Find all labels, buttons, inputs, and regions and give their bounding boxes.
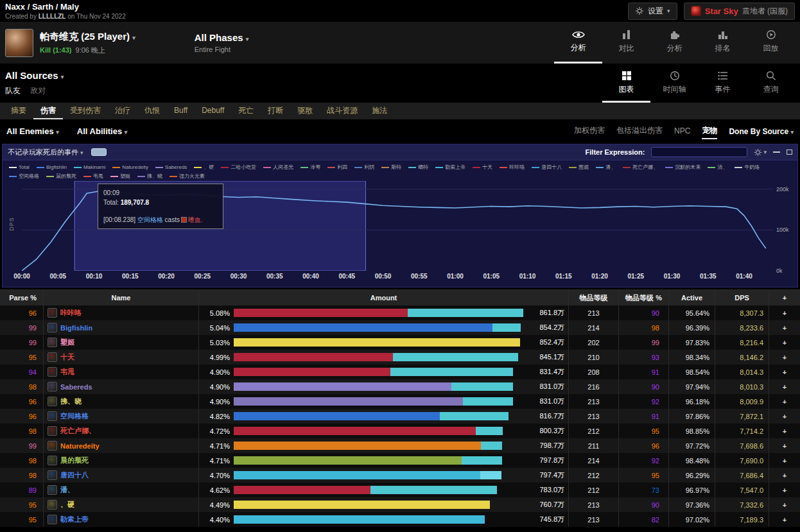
view-timeline[interactable]: 时间轴 [650,64,699,103]
legend-item[interactable]: Bigfishlin [37,164,67,171]
header-parse[interactable]: Parse % [0,290,44,305]
expand-row-button[interactable]: + [783,324,787,332]
player-name-link[interactable]: 塑姬 [60,338,74,347]
parse-percent[interactable]: 98 [29,472,37,479]
table-row[interactable]: 98死亡卢娜、4.72%800.3万2129598.85%7,714.2+ [0,424,800,438]
damage-bar[interactable] [234,323,521,332]
item-level-percent[interactable]: 95 [652,427,659,435]
parse-percent[interactable]: 98 [29,383,37,391]
legend-item[interactable]: 塑姬 [110,173,130,180]
view-events[interactable]: 事件 [699,64,747,103]
item-level-percent[interactable]: 73 [652,486,659,494]
player-name-link[interactable]: 空间格格 [60,411,89,421]
expand-row-button[interactable]: + [783,486,787,494]
legend-item[interactable]: 利玥 [354,164,374,171]
table-row[interactable]: 94韦甩4.90%831.4万2089198.54%8,014.3+ [0,365,800,379]
table-row[interactable]: 98唐四十八4.70%797.4万2129596.29%7,686.4+ [0,468,800,483]
done-by-source-dropdown[interactable]: Done By Source ▾ [729,127,794,136]
item-level-percent[interactable]: 95 [652,472,659,479]
parse-percent[interactable]: 96 [29,309,37,317]
item-level-percent[interactable]: 98 [652,324,659,332]
table-row[interactable]: 96拂、晓4.90%831.0万2139296.18%8,009.9+ [0,394,800,409]
header-ilvl[interactable]: 物品等级 [569,290,619,305]
boss-avatar[interactable] [5,29,33,57]
parse-percent[interactable]: 99 [29,442,37,450]
legend-item[interactable]: Makinami [74,164,105,171]
damage-bar[interactable] [234,442,502,450]
expand-row-button[interactable]: + [783,501,787,509]
damage-bar[interactable] [234,486,497,494]
phases-dropdown[interactable]: All Phases ▾ [195,32,249,43]
expand-row-button[interactable]: + [783,427,787,435]
header-active[interactable]: Active [669,290,715,305]
tab-resources[interactable]: 战斗资源 [320,103,365,119]
filter-expression-input[interactable] [651,147,747,157]
legend-item[interactable]: Sabereds [155,164,187,171]
header-dps[interactable]: DPS [715,290,769,305]
legend-item[interactable]: 晨的颓死 [46,173,76,180]
damage-bar[interactable] [234,353,518,361]
legend-item[interactable]: Total [9,164,30,171]
table-row[interactable]: 95十天4.99%845.1万2109398.34%8,146.2+ [0,350,800,365]
item-level-percent[interactable]: 96 [652,442,659,450]
legend-item[interactable]: 清、 [708,164,727,171]
damage-bar[interactable] [234,427,503,435]
settings-button[interactable]: 设置 ▾ [628,3,677,20]
item-level-percent[interactable]: 92 [652,457,659,465]
chart-settings-button[interactable]: ▾ [754,148,767,157]
death-filter-dropdown[interactable]: 不记录玩家死后的事件 ▾ [8,148,83,157]
item-level-percent[interactable]: 91 [652,368,659,376]
tab-debuffs[interactable]: Debuff [195,103,231,119]
player-name-link[interactable]: 死亡卢娜、 [60,426,96,436]
damage-bar[interactable] [234,412,509,420]
nav-analyze-2[interactable]: 分析 [650,22,699,64]
tab-threat[interactable]: 仇恨 [137,103,167,119]
tooltip-caster-link[interactable]: 空间格格 [137,216,163,223]
table-row[interactable]: 89潘、4.62%783.0万2127396.97%7,547.0+ [0,483,800,497]
nav-replay[interactable]: 回放 [747,22,795,64]
view-query[interactable]: 查询 [747,64,795,103]
header-amount[interactable]: Amount [199,290,569,305]
legend-item[interactable]: 强力火元素 [170,173,205,180]
table-row[interactable]: 95、硬4.49%760.7万2139097.36%7,332.6+ [0,497,800,512]
header-name[interactable]: Name [44,290,199,305]
table-row[interactable]: 98晨的颓死4.71%797.8万2149298.48%7,690.0+ [0,453,800,468]
parse-percent[interactable]: 99 [29,339,37,347]
damage-bar[interactable] [234,501,490,509]
parse-percent[interactable]: 89 [29,486,37,494]
item-level-percent[interactable]: 82 [652,516,659,524]
parse-percent[interactable]: 96 [29,398,37,406]
player-name-link[interactable]: 唐四十八 [60,470,89,480]
enemies-dropdown[interactable]: All Enemies ▾ [6,126,59,136]
boss-dropdown[interactable]: 帕奇维克 (25 Player) ▾ [40,31,135,43]
header-expand[interactable]: + [769,290,800,305]
option-pets[interactable]: 宠物 [702,123,717,139]
sources-dropdown[interactable]: All Sources ▾ [5,70,64,81]
player-name-link[interactable]: 十天 [60,352,74,362]
damage-bar[interactable] [234,309,523,317]
damage-bar[interactable] [234,515,485,524]
player-name-link[interactable]: 拂、晓 [60,397,82,406]
legend-item[interactable]: 勒索上帝 [435,164,465,171]
parse-percent[interactable]: 99 [29,324,37,332]
expand-row-button[interactable]: + [783,309,787,317]
option-npc[interactable]: NPC [674,124,690,139]
parse-percent[interactable]: 95 [29,354,37,361]
legend-item[interactable]: 死亡卢娜、 [623,164,658,171]
expand-row-button[interactable]: + [783,368,787,376]
parse-percent[interactable]: 94 [29,368,37,376]
tab-healing[interactable]: 治疗 [108,103,137,119]
item-level-percent[interactable]: 90 [652,383,659,391]
legend-item[interactable]: 唐四十八 [532,164,562,171]
chart-plot[interactable]: DPS 00:09 Total: 189,707.8 [00:08.238] 空… [22,181,773,271]
expand-row-button[interactable]: + [783,398,787,406]
item-level-percent[interactable]: 92 [652,398,659,406]
tab-deaths[interactable]: 死亡 [231,103,261,119]
legend-item[interactable]: 、硬 [194,164,214,171]
expand-row-button[interactable]: + [783,516,787,524]
header-ilvl-pct[interactable]: 物品等级 % [619,290,669,305]
nav-rankings[interactable]: 排名 [699,22,747,64]
guild-button[interactable]: Star Sky 震地者 (国服) [684,3,795,20]
abilities-dropdown[interactable]: All Abilities ▾ [77,126,127,136]
player-name-link[interactable]: 潘、 [60,485,74,495]
